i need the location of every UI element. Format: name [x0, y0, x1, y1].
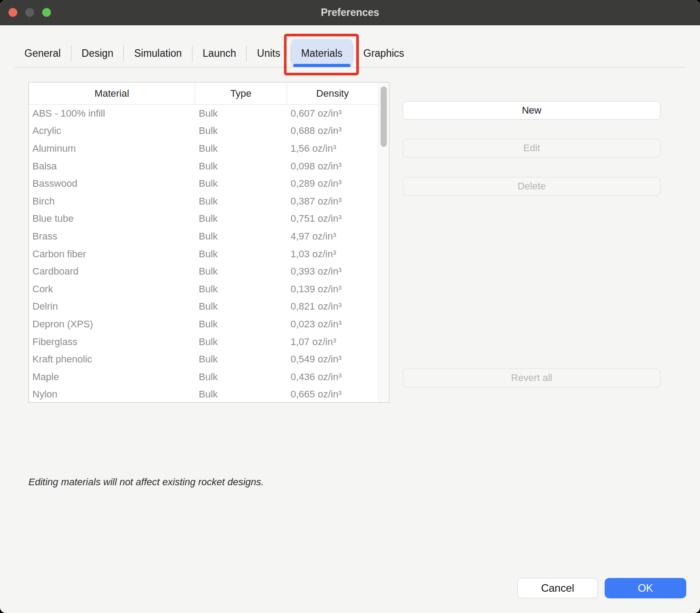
table-row[interactable]: Depron (XPS)Bulk0,023 oz/in³	[29, 315, 378, 333]
table-row[interactable]: CorkBulk0,139 oz/in³	[29, 280, 378, 298]
material-cell: Brass	[29, 228, 195, 245]
table-row[interactable]: Blue tubeBulk0,751 oz/in³	[29, 210, 378, 228]
tab-label: Graphics	[363, 47, 404, 59]
material-cell: Birch	[29, 193, 195, 210]
revert-all-button[interactable]: Revert all	[403, 369, 661, 387]
table-row[interactable]: FiberglassBulk1,07 oz/in³	[29, 333, 378, 351]
type-cell: Bulk	[195, 105, 287, 122]
density-cell: 4,97 oz/in³	[287, 228, 378, 245]
type-cell: Bulk	[195, 140, 287, 157]
density-cell: 1,07 oz/in³	[287, 333, 378, 351]
density-cell: 0,289 oz/in³	[287, 175, 378, 193]
density-cell: 1,56 oz/in³	[287, 140, 378, 157]
table-row[interactable]: BrassBulk4,97 oz/in³	[29, 228, 378, 245]
density-cell: 0,098 oz/in³	[287, 157, 378, 175]
tab-materials[interactable]: Materials	[291, 39, 353, 67]
cancel-button[interactable]: Cancel	[517, 578, 598, 598]
column-header-material: Material	[29, 83, 195, 104]
type-cell: Bulk	[195, 157, 287, 175]
material-cell: Balsa	[29, 157, 195, 175]
titlebar[interactable]: Preferences	[0, 0, 700, 25]
tab-label: General	[24, 47, 61, 59]
density-cell: 0,821 oz/in³	[287, 298, 378, 316]
type-cell: Bulk	[195, 298, 287, 316]
table-row[interactable]: CardboardBulk0,393 oz/in³	[29, 263, 378, 280]
type-cell: Bulk	[195, 122, 287, 140]
density-cell: 0,387 oz/in³	[287, 193, 378, 210]
edit-button[interactable]: Edit	[403, 139, 661, 157]
density-cell: 0,436 oz/in³	[287, 368, 378, 386]
density-cell: 0,549 oz/in³	[287, 350, 378, 368]
type-cell: Bulk	[195, 280, 287, 298]
density-cell: 0,607 oz/in³	[287, 105, 378, 122]
type-cell: Bulk	[195, 333, 287, 351]
table-row[interactable]: BirchBulk0,387 oz/in³	[29, 193, 378, 210]
table-body: ABS - 100% infillBulk0,607 oz/in³Acrylic…	[29, 105, 378, 402]
tab-launch[interactable]: Launch	[193, 39, 246, 67]
material-cell: Nylon	[29, 386, 195, 403]
materials-table: MaterialTypeDensity ABS - 100% infillBul…	[28, 82, 389, 403]
type-cell: Bulk	[195, 386, 287, 403]
materials-note: Editing materials will not affect existi…	[28, 476, 264, 488]
tab-design[interactable]: Design	[71, 39, 124, 67]
table-row[interactable]: NylonBulk0,665 oz/in³	[29, 386, 378, 403]
table-row[interactable]: Kraft phenolicBulk0,549 oz/in³	[29, 350, 378, 368]
type-cell: Bulk	[195, 263, 287, 280]
scrollbar-thumb[interactable]	[381, 86, 387, 147]
density-cell: 0,139 oz/in³	[287, 280, 378, 298]
ok-button[interactable]: OK	[605, 578, 686, 598]
material-cell: Fiberglass	[29, 333, 195, 351]
preferences-window: Preferences GeneralDesignSimulationLaunc…	[0, 0, 700, 613]
material-cell: Basswood	[29, 175, 195, 193]
tab-units[interactable]: Units	[247, 39, 290, 67]
material-cell: Acrylic	[29, 122, 195, 140]
tab-simulation[interactable]: Simulation	[124, 39, 192, 67]
materials-table-main: MaterialTypeDensity ABS - 100% infillBul…	[29, 83, 378, 402]
close-button[interactable]	[8, 8, 17, 17]
material-cell: ABS - 100% infill	[29, 105, 195, 122]
minimize-button[interactable]	[25, 8, 34, 17]
table-row[interactable]: BalsaBulk0,098 oz/in³	[29, 157, 378, 175]
column-header-density: Density	[287, 83, 378, 104]
table-header: MaterialTypeDensity	[29, 83, 378, 105]
material-cell: Blue tube	[29, 210, 195, 228]
density-cell: 0,751 oz/in³	[287, 210, 378, 228]
density-cell: 0,688 oz/in³	[287, 122, 378, 140]
density-cell: 0,665 oz/in³	[287, 386, 378, 403]
tab-bar-divider	[15, 67, 685, 67]
window-controls	[8, 8, 51, 17]
type-cell: Bulk	[195, 228, 287, 245]
scrollbar-track[interactable]	[378, 83, 389, 402]
type-cell: Bulk	[195, 350, 287, 368]
density-cell: 0,023 oz/in³	[287, 315, 378, 333]
delete-button[interactable]: Delete	[403, 177, 661, 196]
type-cell: Bulk	[195, 245, 287, 263]
table-row[interactable]: ABS - 100% infillBulk0,607 oz/in³	[29, 105, 378, 122]
type-cell: Bulk	[195, 315, 287, 333]
density-cell: 0,393 oz/in³	[287, 263, 378, 280]
zoom-button[interactable]	[42, 8, 51, 17]
new-button[interactable]: New	[403, 101, 661, 120]
table-row[interactable]: AluminumBulk1,56 oz/in³	[29, 140, 378, 157]
type-cell: Bulk	[195, 368, 287, 386]
column-header-type: Type	[195, 83, 287, 104]
table-row[interactable]: MapleBulk0,436 oz/in³	[29, 368, 378, 386]
tab-label: Design	[82, 47, 114, 59]
density-cell: 1,03 oz/in³	[287, 245, 378, 263]
table-row[interactable]: BasswoodBulk0,289 oz/in³	[29, 175, 378, 193]
tab-graphics[interactable]: Graphics	[353, 39, 414, 67]
type-cell: Bulk	[195, 193, 287, 210]
material-cell: Aluminum	[29, 140, 195, 157]
tab-label: Simulation	[134, 47, 181, 59]
window-title: Preferences	[321, 7, 379, 19]
table-row[interactable]: Carbon fiberBulk1,03 oz/in³	[29, 245, 378, 263]
material-cell: Maple	[29, 368, 195, 386]
type-cell: Bulk	[195, 210, 287, 228]
table-row[interactable]: AcrylicBulk0,688 oz/in³	[29, 122, 378, 140]
material-cell: Delrin	[29, 298, 195, 316]
table-row[interactable]: DelrinBulk0,821 oz/in³	[29, 298, 378, 316]
tab-label: Launch	[203, 47, 236, 59]
material-cell: Kraft phenolic	[29, 350, 195, 368]
material-cell: Cork	[29, 280, 195, 298]
tab-general[interactable]: General	[14, 39, 71, 67]
